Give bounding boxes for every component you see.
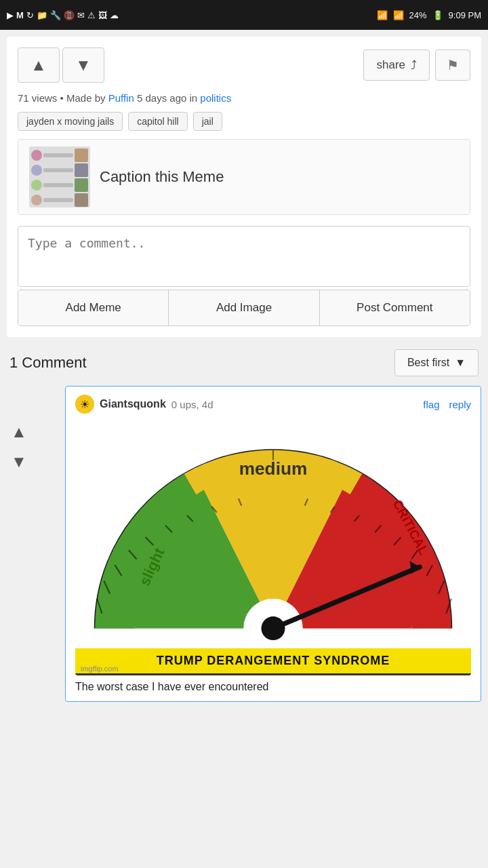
meme-image-container: medium slight CRITICAL TRUMP DERANGEMENT… bbox=[75, 420, 471, 675]
comment-outer: ▲ ▼ ☀ Giantsquonk 0 ups, 4d flag reply bbox=[7, 386, 481, 709]
add-image-button[interactable]: Add Image bbox=[169, 290, 319, 326]
upvote-button[interactable]: ▲ bbox=[18, 47, 60, 83]
downvote-button[interactable]: ▼ bbox=[62, 47, 104, 83]
mail-icon: ✉ bbox=[77, 10, 85, 20]
comment-downvote-button[interactable]: ▼ bbox=[7, 450, 31, 474]
flag-icon: ⚑ bbox=[447, 57, 459, 73]
tag-1[interactable]: capitol hill bbox=[128, 112, 187, 131]
meme-title-banner: TRUMP DERANGEMENT SYNDROME bbox=[75, 648, 471, 675]
post-meta: 71 views • Made by Puffin 5 days ago in … bbox=[18, 92, 470, 104]
meme-title-text: TRUMP DERANGEMENT SYNDROME bbox=[157, 654, 390, 667]
comment-upvote-button[interactable]: ▲ bbox=[7, 420, 31, 444]
status-icons-left: ▶ M ↻ 📁 🔧 📵 ✉ ⚠ 🖼 ☁ bbox=[7, 10, 119, 20]
sort-arrow-icon: ▼ bbox=[455, 357, 466, 369]
battery-icon: 🔋 bbox=[432, 10, 443, 20]
alert-icon: ⚠ bbox=[87, 10, 96, 20]
youtube-icon: ▶ bbox=[7, 10, 14, 20]
comment-vote-outer: ▲ ▼ bbox=[7, 386, 31, 474]
views-count: 71 views bbox=[18, 92, 57, 104]
share-button[interactable]: share ⤴ bbox=[363, 50, 430, 81]
status-bar: ▶ M ↻ 📁 🔧 📵 ✉ ⚠ 🖼 ☁ 📶 📶 24% 🔋 9:09 PM bbox=[0, 0, 488, 30]
caption-thumbnail bbox=[29, 146, 90, 208]
post-comment-button[interactable]: Post Comment bbox=[320, 290, 470, 326]
m-icon: M bbox=[16, 10, 24, 20]
svg-point-22 bbox=[261, 616, 285, 640]
caption-title: Caption this Meme bbox=[100, 168, 224, 186]
comment-meta: ☀ Giantsquonk 0 ups, 4d flag reply bbox=[75, 395, 471, 414]
label-medium: medium bbox=[239, 458, 308, 479]
comment-flag-link[interactable]: flag bbox=[423, 399, 439, 410]
image-icon: 🖼 bbox=[98, 10, 107, 20]
right-action-buttons: share ⤴ ⚑ bbox=[363, 50, 470, 81]
imgflip-watermark: imgflip.com bbox=[81, 665, 119, 673]
refresh-icon: ↻ bbox=[26, 10, 34, 20]
wifi-icon: 📶 bbox=[377, 10, 388, 20]
action-buttons-row: Add Meme Add Image Post Comment bbox=[18, 290, 470, 326]
comment-card: ☀ Giantsquonk 0 ups, 4d flag reply bbox=[65, 386, 481, 702]
upvote-icon: ▲ bbox=[30, 56, 47, 75]
post-top-actions: ▲ ▼ share ⤴ ⚑ bbox=[18, 47, 470, 83]
comments-section: 1 Comment Best first ▼ ▲ ▼ ☀ Giantsquonk… bbox=[0, 349, 488, 709]
avatar-icon: ☀ bbox=[80, 398, 89, 411]
add-meme-button[interactable]: Add Meme bbox=[18, 290, 169, 326]
category-link[interactable]: politics bbox=[200, 92, 231, 104]
dot-separator: • bbox=[60, 92, 66, 104]
call-icon: 📵 bbox=[64, 10, 75, 20]
comment-input[interactable] bbox=[18, 226, 470, 287]
made-by-label: Made by bbox=[66, 92, 106, 104]
gauge-svg: medium slight CRITICAL bbox=[75, 420, 471, 648]
sort-label: Best first bbox=[407, 357, 449, 369]
comment-username: Giantsquonk bbox=[100, 398, 166, 410]
time-display: 9:09 PM bbox=[449, 10, 481, 20]
comment-stats: 0 ups, 4d bbox=[171, 399, 214, 410]
time-ago: 5 days ago in bbox=[137, 92, 197, 104]
user-avatar: ☀ bbox=[75, 395, 94, 414]
folder-icon: 📁 bbox=[37, 10, 47, 20]
signal-icon: 📶 bbox=[393, 10, 404, 20]
status-icons-right: 📶 📶 24% 🔋 9:09 PM bbox=[377, 10, 481, 20]
gauge-container: medium slight CRITICAL TRUMP DERANGEMENT… bbox=[75, 420, 471, 675]
sort-button[interactable]: Best first ▼ bbox=[394, 349, 479, 376]
share-label: share bbox=[376, 58, 405, 72]
tag-0[interactable]: jayden x moving jails bbox=[18, 112, 123, 131]
comment-reply-link[interactable]: reply bbox=[449, 399, 471, 410]
battery-percent: 24% bbox=[409, 10, 427, 20]
flag-button[interactable]: ⚑ bbox=[435, 50, 470, 81]
comment-user-info: ☀ Giantsquonk 0 ups, 4d bbox=[75, 395, 214, 414]
tags-container: jayden x moving jails capitol hill jail bbox=[18, 112, 470, 131]
author-link[interactable]: Puffin bbox=[108, 92, 134, 104]
post-card: ▲ ▼ share ⤴ ⚑ 71 views • Made by Puffin … bbox=[7, 37, 481, 337]
downvote-icon: ▼ bbox=[75, 56, 92, 75]
tag-2[interactable]: jail bbox=[193, 112, 222, 131]
comment-caption-text: The worst case I have ever encountered bbox=[75, 681, 471, 693]
comments-count: 1 Comment bbox=[9, 354, 87, 372]
comment-actions: flag reply bbox=[423, 399, 471, 410]
vote-buttons: ▲ ▼ bbox=[18, 47, 104, 83]
comments-header: 1 Comment Best first ▼ bbox=[7, 349, 481, 376]
share-icon: ⤴ bbox=[411, 58, 417, 73]
cloud-icon: ☁ bbox=[110, 10, 119, 20]
wrench-icon: 🔧 bbox=[50, 10, 61, 20]
caption-panel[interactable]: Caption this Meme bbox=[18, 139, 470, 215]
